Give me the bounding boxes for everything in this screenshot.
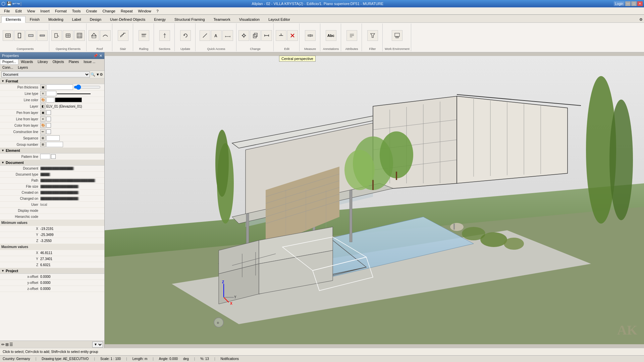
filter-icon[interactable]: ▼ [96, 72, 100, 76]
stair-btn[interactable] [118, 30, 128, 41]
panel-bottom-icon1[interactable]: ✏ [1, 342, 5, 347]
line-btn[interactable] [200, 30, 210, 41]
tab-layout-editor[interactable]: Layout Editor [264, 16, 294, 22]
pen-from-layer-icon[interactable]: ▣ [40, 110, 46, 115]
minimize-button[interactable]: — [625, 1, 631, 6]
update-btn[interactable] [180, 30, 191, 41]
construction-line-icon[interactable]: ✏ [40, 129, 46, 134]
tab-finish[interactable]: Finish [25, 16, 44, 22]
format-section-header[interactable]: ▼ Format [0, 78, 104, 84]
panel-bottom-dropdown[interactable]: ▼ [92, 342, 103, 348]
pen-thickness-icon[interactable]: ▣ [40, 84, 46, 90]
panel-close-btn[interactable]: ✕ [99, 54, 102, 58]
pen-thickness-slider[interactable] [74, 85, 101, 89]
login-button[interactable]: Login [614, 1, 625, 6]
panel-tab-planes[interactable]: Planes [66, 59, 82, 65]
group-number-input[interactable]: 486 [46, 142, 63, 147]
tab-label[interactable]: Label [68, 16, 86, 22]
settings-icon[interactable]: ⚙ [100, 72, 103, 77]
construction-line-checkbox[interactable] [46, 129, 51, 134]
layer-icon[interactable]: ◧ [40, 104, 46, 109]
curtain-wall-btn[interactable] [74, 30, 85, 41]
tab-teamwork[interactable]: Teamwork [209, 16, 235, 22]
maximize-button[interactable]: □ [631, 1, 637, 6]
color-from-layer-icon[interactable]: 🎨 [40, 123, 46, 128]
window-btn[interactable] [63, 30, 73, 41]
window-controls[interactable]: Login — □ ✕ [614, 1, 643, 6]
element-section-header[interactable]: ▼ Element [0, 148, 104, 154]
menu-help[interactable]: ? [154, 8, 161, 14]
roof2-btn[interactable] [100, 30, 111, 41]
move-btn[interactable] [238, 30, 249, 41]
panel-tab-wizards[interactable]: Wizards [18, 59, 35, 65]
menu-view[interactable]: View [24, 8, 38, 14]
dim-btn[interactable] [222, 30, 233, 41]
abc-btn[interactable]: Abc [326, 30, 336, 41]
panel-tab-layers[interactable]: Layers [15, 65, 30, 70]
stretch-btn[interactable] [261, 30, 272, 41]
tab-elements[interactable]: Elements [1, 16, 25, 23]
viewport[interactable]: Z X Y ⊕ Central perspective AK [105, 52, 644, 348]
color-swatch[interactable] [55, 98, 82, 102]
door-btn[interactable] [51, 30, 62, 41]
menu-create[interactable]: Create [83, 8, 100, 14]
tab-modeling[interactable]: Modeling [44, 16, 68, 22]
text-btn[interactable]: A [211, 30, 222, 41]
beam-btn[interactable] [37, 30, 48, 41]
line-type-input[interactable]: 1 [46, 91, 56, 96]
panel-tab-conn[interactable]: Conn... [0, 65, 15, 70]
tab-visualization[interactable]: Visualization [235, 16, 264, 22]
panel-tab-properties[interactable]: Propert... [0, 59, 18, 65]
project-section-header[interactable]: ▼ Project [0, 268, 104, 274]
line-color-input[interactable]: 1 [46, 97, 54, 103]
slab-btn[interactable] [25, 30, 36, 41]
menu-insert[interactable]: Insert [38, 8, 52, 14]
ribbon-settings-icon[interactable]: ⚙ [638, 17, 644, 22]
tab-design[interactable]: Design [86, 16, 106, 22]
pattern-line-checkbox[interactable] [51, 154, 56, 159]
wall-btn[interactable] [3, 30, 13, 41]
panel-tab-library[interactable]: Library [35, 59, 50, 65]
attr-btn[interactable] [346, 30, 357, 41]
menu-change[interactable]: Change [100, 8, 118, 14]
sequence-input[interactable]: 0 [46, 135, 60, 141]
tab-structural[interactable]: Structural Framing [170, 16, 209, 22]
delete-btn[interactable] [287, 30, 298, 41]
close-button[interactable]: ✕ [637, 1, 643, 6]
group-number-icon[interactable]: ⊞ [40, 142, 46, 147]
sequence-icon[interactable]: ⊞ [40, 135, 46, 141]
menu-edit[interactable]: Edit [13, 8, 24, 14]
menu-repeat[interactable]: Repeat [118, 8, 135, 14]
railing-btn[interactable] [139, 30, 149, 41]
line-color-icon[interactable]: 🎨 [40, 97, 46, 103]
tab-energy[interactable]: Energy [150, 16, 170, 22]
panel-pin-btn[interactable]: 📌 [93, 54, 98, 58]
color-from-layer-checkbox[interactable] [46, 123, 51, 128]
roof-btn[interactable] [89, 30, 99, 41]
trim-btn[interactable] [276, 30, 286, 41]
search-icon[interactable]: 🔍 [91, 72, 95, 77]
menu-format[interactable]: Format [52, 8, 69, 14]
menu-window[interactable]: Window [135, 8, 154, 14]
3d-scene[interactable]: Z X Y ⊕ [105, 52, 644, 348]
panel-tab-issue[interactable]: Issue ... [81, 59, 98, 65]
pen-thickness-input[interactable]: 0.10 [46, 84, 73, 90]
document-section-header[interactable]: ▼ Document [0, 160, 104, 166]
column-btn[interactable] [14, 30, 25, 41]
copy-btn[interactable] [250, 30, 261, 41]
work-env-btn[interactable] [392, 30, 402, 41]
filter-btn[interactable] [367, 30, 378, 41]
section-btn[interactable] [159, 30, 170, 41]
line-type-icon[interactable]: ≡ [40, 91, 46, 96]
pattern-line-input[interactable]: 8 [40, 154, 50, 159]
menu-tools[interactable]: Tools [69, 8, 84, 14]
panel-tab-objects[interactable]: Objects [50, 59, 66, 65]
panel-bottom-icon3[interactable]: ☰ [9, 342, 13, 347]
menu-file[interactable]: File [1, 8, 13, 14]
pen-from-layer-checkbox[interactable] [46, 110, 51, 115]
quick-access-bar[interactable]: 💾 ↩ ↪ | [7, 1, 21, 6]
line-from-layer-checkbox[interactable] [46, 117, 51, 121]
tab-user-defined[interactable]: User-Defined Objects [106, 16, 150, 22]
line-from-layer-icon[interactable]: ≡ [40, 116, 46, 122]
panel-bottom-icon2[interactable]: ⊞ [5, 342, 9, 347]
